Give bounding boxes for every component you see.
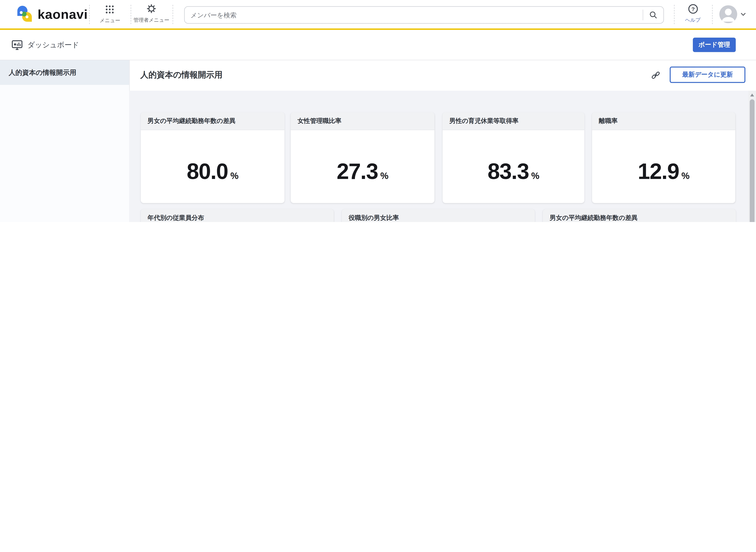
svg-text:?: ? [691,6,694,12]
chart-gender-ratio-by-position-title: 役職別の男女比率 [342,209,535,222]
menu-grid-icon [106,5,114,14]
chevron-down-icon [741,13,746,16]
admin-menu-button[interactable]: 管理者メニュー [131,4,172,24]
kpi-value-3: 12.9% [592,158,735,184]
top-bar: kaonavi メニュー [0,0,756,30]
kpi-card-0-body: 80.0% [141,130,284,203]
kpi-number: 83.3 [487,158,529,184]
dashboard-breadcrumb: ダッシュボード [12,30,79,60]
kpi-card-3: 離職率12.9% [592,113,735,203]
kpi-number: 27.3 [337,158,378,184]
share-link-button[interactable] [649,69,662,82]
kpi-card-1: 女性管理職比率27.3% [291,113,434,203]
search-button[interactable] [643,7,663,23]
chart-tenure-gap: 男女の平均継続勤務年数の差異勤続年数8年4ヵ月6年3ヵ月4年2ヵ月2年1ヵ月0ヵ… [543,209,736,222]
vertical-scrollbar [748,91,756,222]
search-icon [649,11,658,19]
chart-age-distribution: 年代別の従業員分布集計項目：メンバー20〜29歳16人19.5%30〜39歳39… [141,209,334,222]
chart-tenure-gap-title: 男女の平均継続勤務年数の差異 [543,209,736,222]
kpi-card-0: 男女の平均継続勤務年数の差異80.0% [141,113,284,203]
kpi-value-1: 27.3% [291,158,434,184]
member-search-box [184,6,664,24]
dashboard-label: ダッシュボード [27,40,79,49]
board-bar: ダッシュボード ボード管理 [0,30,756,60]
kpi-unit: % [380,171,389,181]
kaonavi-logo[interactable]: kaonavi [16,4,88,24]
kpi-value-2: 83.3% [443,158,584,184]
kpi-unit: % [531,171,539,181]
chart-age-distribution-title: 年代別の従業員分布 [141,209,334,222]
kpi-number: 12.9 [638,158,679,184]
divider [172,5,173,24]
kpi-value-0: 80.0% [141,158,284,184]
kpi-card-1-title: 女性管理職比率 [291,113,434,130]
kaonavi-dashboard: kaonavi メニュー [0,0,756,222]
divider [712,5,713,24]
scroll-up-arrow[interactable] [750,94,754,97]
kaonavi-logo-icon [16,4,33,24]
link-icon [651,71,661,80]
divider [674,5,674,24]
page-header: 人的資本の情報開示用 最新データに更新 [130,60,756,91]
sidebar: 人的資本の情報開示用 [0,60,130,222]
kpi-unit: % [230,171,239,181]
board-manage-button[interactable]: ボード管理 [693,38,736,52]
kpi-unit: % [682,171,690,181]
page-title: 人的資本の情報開示用 [140,70,222,81]
kpi-card-3-body: 12.9% [592,130,735,203]
dashboard-icon [12,40,23,50]
kpi-card-2: 男性の育児休業等取得率83.3% [443,113,584,203]
kpi-card-2-title: 男性の育児休業等取得率 [443,113,584,130]
help-button[interactable]: ? ヘルプ [677,4,709,24]
kpi-card-0-title: 男女の平均継続勤務年数の差異 [141,113,284,130]
avatar [719,5,737,23]
refresh-data-button[interactable]: 最新データに更新 [670,66,745,83]
chart-gender-ratio-by-position: 役職別の男女比率メンバー100.0%75.0%50.0%25.0%0.0%代表取… [342,209,535,222]
search-input[interactable] [185,11,643,18]
kpi-card-1-body: 27.3% [291,130,434,203]
dashboard-canvas: 男女の平均継続勤務年数の差異80.0%女性管理職比率27.3%男性の育児休業等取… [129,91,748,222]
kpi-card-3-title: 離職率 [592,113,735,130]
help-icon: ? [688,4,698,14]
kpi-number: 80.0 [187,158,228,184]
menu-button[interactable]: メニュー [90,4,130,24]
logo-text: kaonavi [38,7,88,22]
kpi-card-2-body: 83.3% [443,130,584,203]
gear-icon [147,4,156,14]
scrollbar-thumb[interactable] [750,99,755,222]
sidebar-item-human-capital[interactable]: 人的資本の情報開示用 [0,60,129,85]
account-menu[interactable] [719,5,746,23]
